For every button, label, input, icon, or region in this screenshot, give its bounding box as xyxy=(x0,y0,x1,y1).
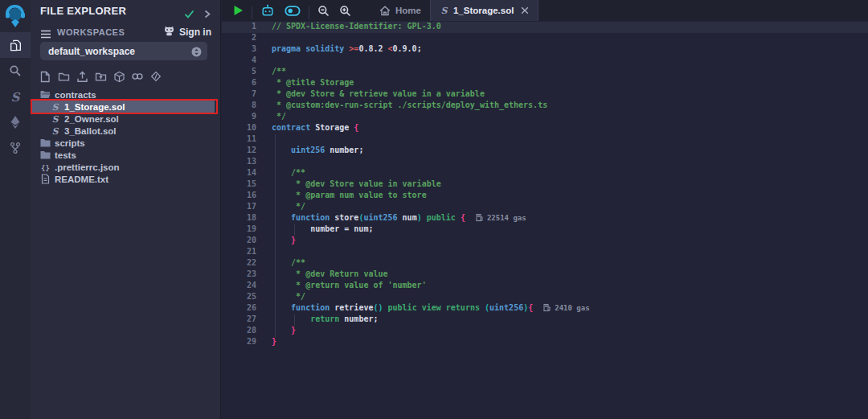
line-number: 25 xyxy=(222,292,256,303)
workspace-select[interactable]: default_workspace xyxy=(40,42,207,60)
activity-bar: S xyxy=(0,0,31,419)
line-number-gutter: 1234567891011121314151617181920212223242… xyxy=(222,22,256,348)
code-line: contract Storage { xyxy=(272,123,590,134)
workspaces-label: WORKSPACES xyxy=(57,27,125,37)
svg-text:S: S xyxy=(51,114,59,124)
line-number: 10 xyxy=(222,123,256,134)
tree-item-contracts[interactable]: contracts xyxy=(31,88,215,101)
tab-home[interactable]: Home xyxy=(371,0,430,21)
close-icon[interactable] xyxy=(521,6,529,14)
file-explorer-header: FILE EXPLORER xyxy=(31,4,220,20)
ipfs-cube-icon[interactable] xyxy=(113,70,125,83)
line-number: 21 xyxy=(222,247,256,258)
solidity-icon: S xyxy=(49,102,60,112)
solidity-icon: S xyxy=(49,126,60,136)
solidity-icon: S xyxy=(440,6,448,15)
code-line: } xyxy=(272,326,590,337)
file-icon xyxy=(39,174,51,184)
deploy-run-icon[interactable] xyxy=(0,109,31,135)
search-icon[interactable] xyxy=(0,58,31,84)
remix-ide-window: S FILE EXPLORER WORKSPACES Sign in defau… xyxy=(0,0,868,419)
file-explorer-panel: FILE EXPLORER WORKSPACES Sign in default… xyxy=(31,0,221,419)
upload-folder-icon[interactable] xyxy=(94,70,107,83)
toolbar-separator xyxy=(309,6,309,19)
toggle-switch-icon[interactable] xyxy=(280,0,305,21)
code-line: number = num; xyxy=(272,224,590,236)
github-sign-in-button[interactable]: Sign in xyxy=(163,26,211,39)
workspaces-row: WORKSPACES Sign in xyxy=(31,25,220,39)
line-number: 1 xyxy=(222,22,256,33)
line-number: 20 xyxy=(222,236,256,247)
hamburger-menu-icon[interactable] xyxy=(40,27,51,42)
tree-item-2-owner-sol[interactable]: S2_Owner.sol xyxy=(31,113,215,125)
workspace-stepper-icon[interactable] xyxy=(191,46,202,60)
code-line xyxy=(272,247,590,258)
code-line: */ xyxy=(272,202,590,213)
line-number: 6 xyxy=(222,78,256,89)
tree-item-prettierrc-json[interactable]: {}.prettierrc.json xyxy=(31,161,215,173)
solidity-badge-icon[interactable] xyxy=(149,70,162,83)
sign-in-label: Sign in xyxy=(179,27,211,38)
check-icon[interactable] xyxy=(184,7,194,22)
run-script-icon[interactable] xyxy=(228,0,248,21)
code-line xyxy=(272,55,590,67)
file-explorer-icon[interactable] xyxy=(0,32,31,58)
file-label: scripts xyxy=(55,138,85,148)
line-number: 27 xyxy=(222,314,256,326)
new-folder-icon[interactable] xyxy=(57,70,70,83)
folder-icon xyxy=(39,138,51,147)
git-icon[interactable] xyxy=(0,135,31,161)
line-number: 24 xyxy=(222,281,256,292)
tree-item-scripts[interactable]: scripts xyxy=(31,137,215,149)
code-line: function retrieve() public view returns … xyxy=(272,303,590,314)
line-number: 29 xyxy=(222,337,256,348)
line-number: 15 xyxy=(222,179,256,191)
file-label: 1_Storage.sol xyxy=(64,102,125,112)
github-icon xyxy=(163,26,175,39)
file-label: 3_Ballot.sol xyxy=(64,126,117,136)
tree-item-3-ballot-sol[interactable]: S3_Ballot.sol xyxy=(31,125,215,137)
file-label: .prettierrc.json xyxy=(55,162,120,172)
zoom-out-icon[interactable] xyxy=(313,0,334,21)
code-line: */ xyxy=(272,112,590,123)
code-line: /** xyxy=(272,67,590,78)
code-editor[interactable]: 1234567891011121314151617181920212223242… xyxy=(222,21,868,419)
upload-file-icon[interactable] xyxy=(76,70,88,83)
line-number: 4 xyxy=(222,55,256,67)
solidity-compiler-icon[interactable]: S xyxy=(0,84,31,109)
line-number: 17 xyxy=(222,202,256,213)
line-number: 7 xyxy=(222,89,256,101)
line-number: 5 xyxy=(222,67,256,78)
line-number: 22 xyxy=(222,258,256,269)
new-file-icon[interactable] xyxy=(39,70,51,83)
tree-item-tests[interactable]: tests xyxy=(31,149,215,161)
code-line: return number; xyxy=(272,314,590,326)
line-number: 26 xyxy=(222,303,256,314)
line-number: 19 xyxy=(222,224,256,236)
svg-text:S: S xyxy=(51,102,59,112)
editor-area: HomeS1_Storage.sol 123456789101112131415… xyxy=(222,0,868,419)
file-label: tests xyxy=(55,150,76,160)
panel-title: FILE EXPLORER xyxy=(40,5,126,17)
gas-estimate-badge: 22514 gas xyxy=(476,213,526,222)
tree-item-readme-txt[interactable]: README.txt xyxy=(31,173,215,185)
code-line: * @custom:dev-run-script ./scripts/deplo… xyxy=(272,101,590,112)
tree-item-1-storage-sol[interactable]: S1_Storage.sol xyxy=(31,101,215,113)
file-label: README.txt xyxy=(55,175,108,184)
code-line xyxy=(272,134,590,146)
remixai-assistant-icon[interactable] xyxy=(256,0,280,21)
line-number: 13 xyxy=(222,157,256,168)
tab-1-storage-sol[interactable]: S1_Storage.sol xyxy=(430,0,538,21)
link-icon[interactable] xyxy=(131,70,144,83)
remix-logo-icon[interactable] xyxy=(0,0,31,32)
line-number: 12 xyxy=(222,146,256,157)
solidity-icon: S xyxy=(49,114,60,124)
svg-text:S: S xyxy=(11,90,21,105)
tab-label: 1_Storage.sol xyxy=(453,6,514,15)
line-number: 3 xyxy=(222,44,256,55)
zoom-in-icon[interactable] xyxy=(334,0,356,21)
home-icon xyxy=(379,6,391,16)
line-number: 28 xyxy=(222,326,256,337)
line-number: 16 xyxy=(222,191,256,202)
chevron-right-icon[interactable] xyxy=(204,7,211,22)
